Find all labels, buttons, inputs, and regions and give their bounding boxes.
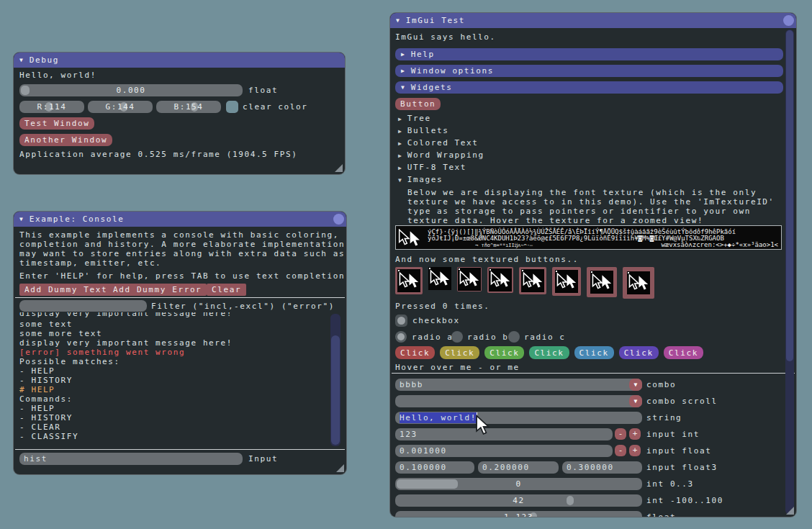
image-button[interactable] xyxy=(552,267,581,296)
window-scrollbar[interactable] xyxy=(785,30,794,515)
click-button-4[interactable]: Click xyxy=(529,346,569,359)
clear-button[interactable]: Clear xyxy=(207,284,246,296)
float-slider[interactable]: 0.000 xyxy=(19,84,243,96)
resize-grip[interactable] xyxy=(336,464,344,472)
int-slider[interactable]: 0 xyxy=(395,478,642,490)
header-label: Widgets xyxy=(411,83,453,92)
click-button-2[interactable]: Click xyxy=(440,346,479,359)
imgui-titlebar[interactable]: ▼ ImGui Test xyxy=(390,13,796,28)
input-float3-z[interactable]: 0.300000 xyxy=(562,461,642,474)
input-float3-x[interactable]: 0.100000 xyxy=(395,461,474,474)
slider-value: 0.000 xyxy=(19,86,243,95)
tree-item[interactable]: Word Wrapping xyxy=(402,150,484,160)
hover-text[interactable]: Hover over me - or me xyxy=(395,363,520,372)
image-button[interactable] xyxy=(623,267,654,299)
string-input-value: Hello, world! xyxy=(400,412,477,423)
scrollbar-grab[interactable] xyxy=(331,335,340,445)
radio-c[interactable] xyxy=(508,331,520,343)
filter-label: Filter ("incl,-excl") ("error") xyxy=(151,302,335,311)
images-desc-line: type as storage to pass pointers or iden… xyxy=(407,207,751,216)
float-range-slider[interactable]: 1.123 xyxy=(395,511,642,517)
int-range-slider[interactable]: 42 xyxy=(395,494,642,507)
tree-item[interactable]: Bullets xyxy=(402,126,449,135)
console-titlebar[interactable]: ▼ Example: Console xyxy=(14,212,346,227)
checkbox[interactable] xyxy=(395,315,407,327)
cursor-texture-image xyxy=(555,270,578,293)
int-range-slider-label: int -100..100 xyxy=(646,496,723,505)
combo-value: bbbb xyxy=(400,380,423,389)
click-button-7[interactable]: Click xyxy=(664,346,703,359)
click-button-1[interactable]: Click xyxy=(395,346,435,359)
mouse-cursor-icon xyxy=(475,415,490,436)
tree-item-images[interactable]: Images xyxy=(402,175,443,184)
radio-a[interactable] xyxy=(395,331,407,343)
radio-a-label: radio a xyxy=(412,333,454,342)
filter-input[interactable] xyxy=(19,300,147,312)
input-float3-label: input float3 xyxy=(646,463,718,472)
cursor-texture-image xyxy=(458,268,481,291)
combo-scroll-arrow-button[interactable]: ▼ xyxy=(629,395,642,407)
tree-item[interactable]: Tree xyxy=(402,114,431,123)
image-button[interactable] xyxy=(457,267,482,291)
debug-titlebar[interactable]: ▼ Debug xyxy=(14,53,345,68)
slider-value: 1.123 xyxy=(395,512,642,517)
click-button-6[interactable]: Click xyxy=(619,346,659,359)
button-widget[interactable]: Button xyxy=(395,98,441,110)
resize-grip[interactable] xyxy=(335,164,343,172)
image-button[interactable] xyxy=(587,267,617,297)
input-float3-y[interactable]: 0.200000 xyxy=(478,461,559,474)
close-button[interactable] xyxy=(333,214,344,225)
console-input[interactable]: hist xyxy=(19,453,243,465)
image-button[interactable] xyxy=(395,267,423,294)
header-help[interactable]: ▶ Help xyxy=(395,48,783,60)
console-window: ▼ Example: Console This example implemen… xyxy=(13,211,347,475)
test-window-button[interactable]: Test Window xyxy=(19,117,94,130)
input-float-field[interactable]: 0.001000 xyxy=(395,445,613,457)
font-texture-image[interactable]: ýÇf}·{ÿj()[]‖¾ÝBÑòÛÔóÃÂÄÀô½¾ÙÚŽŠÂÉÊ/å\ÈÞ… xyxy=(395,225,782,250)
cursor-outline-icon xyxy=(398,229,410,246)
collapse-arrow-icon[interactable]: ▼ xyxy=(396,17,400,24)
log-line: some text xyxy=(19,320,73,329)
header-widgets[interactable]: ▼ Widgets xyxy=(395,81,783,94)
pressed-count-text: Pressed 0 times. xyxy=(395,302,490,311)
string-input[interactable]: Hello, world! xyxy=(395,412,642,424)
scrollbar-grab[interactable] xyxy=(786,30,793,361)
increment-button[interactable]: + xyxy=(629,445,641,456)
cursor-texture-image xyxy=(489,268,512,291)
decrement-button[interactable]: - xyxy=(615,428,626,440)
r-slider[interactable]: R:114 xyxy=(19,101,84,113)
collapse-arrow-icon[interactable]: ▼ xyxy=(19,216,23,222)
input-int-value: 123 xyxy=(400,430,418,439)
image-button[interactable] xyxy=(519,267,546,294)
tree-item[interactable]: UTF-8 Text xyxy=(402,163,466,172)
decrement-button[interactable]: - xyxy=(615,445,626,456)
window-title: Example: Console xyxy=(30,214,125,224)
another-window-button[interactable]: Another Window xyxy=(19,134,112,146)
image-button[interactable] xyxy=(487,267,513,293)
slider-value: B:154 xyxy=(156,102,221,112)
resize-grip[interactable] xyxy=(786,507,794,515)
header-window-options[interactable]: ▶ Window options xyxy=(395,65,783,77)
click-button-5[interactable]: Click xyxy=(574,346,614,359)
click-button-3[interactable]: Click xyxy=(484,346,524,359)
help-hint-text: Enter 'HELP' for help, press TAB to use … xyxy=(19,271,347,281)
add-dummy-error-button[interactable]: Add Dummy Error xyxy=(108,284,207,296)
input-int-field[interactable]: 123 xyxy=(395,428,613,440)
close-button[interactable] xyxy=(783,15,794,26)
console-input-value: hist xyxy=(24,454,48,464)
image-button[interactable] xyxy=(428,267,451,290)
combo-arrow-button[interactable]: ▼ xyxy=(629,379,642,391)
log-line: - HELP xyxy=(19,366,55,376)
increment-button[interactable]: + xyxy=(629,428,641,440)
add-dummy-text-button[interactable]: Add Dummy Text xyxy=(19,284,112,296)
collapse-arrow-icon[interactable]: ▼ xyxy=(19,57,23,63)
tree-item[interactable]: Colored Text xyxy=(402,138,479,148)
b-slider[interactable]: B:154 xyxy=(156,101,221,113)
combo-box[interactable]: bbbb xyxy=(395,379,642,391)
g-slider[interactable]: G:144 xyxy=(88,101,153,113)
combo-scroll-box[interactable] xyxy=(395,395,642,407)
radio-b[interactable] xyxy=(451,331,463,343)
log-region[interactable]: display very important message here! som… xyxy=(14,312,346,447)
log-scrollbar[interactable] xyxy=(330,314,340,446)
radio-c-label: radio c xyxy=(524,333,566,342)
